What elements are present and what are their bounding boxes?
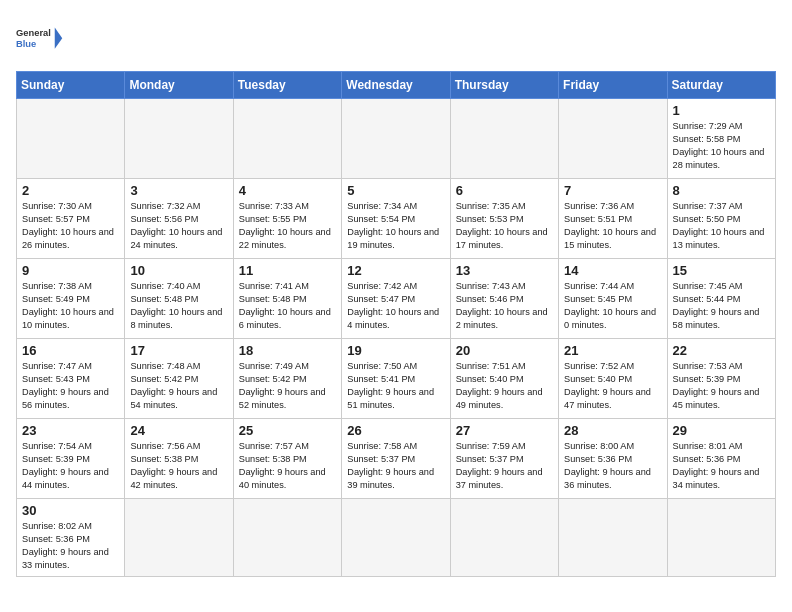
day-number: 26 [347, 423, 444, 438]
cell-info: Sunrise: 7:34 AM Sunset: 5:54 PM Dayligh… [347, 200, 444, 252]
cell-info: Sunrise: 7:36 AM Sunset: 5:51 PM Dayligh… [564, 200, 661, 252]
calendar-cell: 25Sunrise: 7:57 AM Sunset: 5:38 PM Dayli… [233, 419, 341, 499]
calendar-cell: 17Sunrise: 7:48 AM Sunset: 5:42 PM Dayli… [125, 339, 233, 419]
calendar-cell: 23Sunrise: 7:54 AM Sunset: 5:39 PM Dayli… [17, 419, 125, 499]
day-number: 4 [239, 183, 336, 198]
cell-info: Sunrise: 7:54 AM Sunset: 5:39 PM Dayligh… [22, 440, 119, 492]
cell-info: Sunrise: 7:32 AM Sunset: 5:56 PM Dayligh… [130, 200, 227, 252]
day-number: 3 [130, 183, 227, 198]
calendar-cell: 13Sunrise: 7:43 AM Sunset: 5:46 PM Dayli… [450, 259, 558, 339]
day-number: 22 [673, 343, 770, 358]
cell-info: Sunrise: 7:42 AM Sunset: 5:47 PM Dayligh… [347, 280, 444, 332]
day-number: 13 [456, 263, 553, 278]
cell-info: Sunrise: 7:37 AM Sunset: 5:50 PM Dayligh… [673, 200, 770, 252]
day-number: 9 [22, 263, 119, 278]
calendar-cell: 3Sunrise: 7:32 AM Sunset: 5:56 PM Daylig… [125, 179, 233, 259]
calendar-cell: 1Sunrise: 7:29 AM Sunset: 5:58 PM Daylig… [667, 99, 775, 179]
calendar-week-row: 23Sunrise: 7:54 AM Sunset: 5:39 PM Dayli… [17, 419, 776, 499]
calendar-cell: 10Sunrise: 7:40 AM Sunset: 5:48 PM Dayli… [125, 259, 233, 339]
calendar-cell: 24Sunrise: 7:56 AM Sunset: 5:38 PM Dayli… [125, 419, 233, 499]
day-number: 10 [130, 263, 227, 278]
day-of-week-header: Wednesday [342, 72, 450, 99]
cell-info: Sunrise: 7:43 AM Sunset: 5:46 PM Dayligh… [456, 280, 553, 332]
calendar-cell [559, 499, 667, 577]
day-number: 29 [673, 423, 770, 438]
cell-info: Sunrise: 7:40 AM Sunset: 5:48 PM Dayligh… [130, 280, 227, 332]
calendar-cell: 16Sunrise: 7:47 AM Sunset: 5:43 PM Dayli… [17, 339, 125, 419]
cell-info: Sunrise: 8:02 AM Sunset: 5:36 PM Dayligh… [22, 520, 119, 572]
calendar-cell [667, 499, 775, 577]
day-number: 23 [22, 423, 119, 438]
cell-info: Sunrise: 7:59 AM Sunset: 5:37 PM Dayligh… [456, 440, 553, 492]
calendar-cell: 18Sunrise: 7:49 AM Sunset: 5:42 PM Dayli… [233, 339, 341, 419]
day-of-week-header: Thursday [450, 72, 558, 99]
day-number: 30 [22, 503, 119, 518]
calendar-cell [342, 99, 450, 179]
day-number: 11 [239, 263, 336, 278]
day-number: 2 [22, 183, 119, 198]
cell-info: Sunrise: 7:29 AM Sunset: 5:58 PM Dayligh… [673, 120, 770, 172]
cell-info: Sunrise: 7:58 AM Sunset: 5:37 PM Dayligh… [347, 440, 444, 492]
svg-text:Blue: Blue [16, 39, 36, 49]
day-number: 7 [564, 183, 661, 198]
day-number: 15 [673, 263, 770, 278]
calendar-cell: 9Sunrise: 7:38 AM Sunset: 5:49 PM Daylig… [17, 259, 125, 339]
day-number: 18 [239, 343, 336, 358]
calendar-cell [233, 499, 341, 577]
cell-info: Sunrise: 7:49 AM Sunset: 5:42 PM Dayligh… [239, 360, 336, 412]
cell-info: Sunrise: 7:41 AM Sunset: 5:48 PM Dayligh… [239, 280, 336, 332]
calendar-cell: 5Sunrise: 7:34 AM Sunset: 5:54 PM Daylig… [342, 179, 450, 259]
calendar-cell: 22Sunrise: 7:53 AM Sunset: 5:39 PM Dayli… [667, 339, 775, 419]
calendar-cell: 6Sunrise: 7:35 AM Sunset: 5:53 PM Daylig… [450, 179, 558, 259]
day-number: 8 [673, 183, 770, 198]
calendar-cell [450, 99, 558, 179]
day-number: 1 [673, 103, 770, 118]
cell-info: Sunrise: 7:53 AM Sunset: 5:39 PM Dayligh… [673, 360, 770, 412]
day-number: 24 [130, 423, 227, 438]
calendar-cell [559, 99, 667, 179]
calendar-cell: 28Sunrise: 8:00 AM Sunset: 5:36 PM Dayli… [559, 419, 667, 499]
calendar-cell [233, 99, 341, 179]
calendar-cell: 30Sunrise: 8:02 AM Sunset: 5:36 PM Dayli… [17, 499, 125, 577]
day-number: 17 [130, 343, 227, 358]
cell-info: Sunrise: 7:56 AM Sunset: 5:38 PM Dayligh… [130, 440, 227, 492]
day-number: 21 [564, 343, 661, 358]
calendar-cell: 2Sunrise: 7:30 AM Sunset: 5:57 PM Daylig… [17, 179, 125, 259]
day-number: 20 [456, 343, 553, 358]
calendar-cell [450, 499, 558, 577]
cell-info: Sunrise: 7:44 AM Sunset: 5:45 PM Dayligh… [564, 280, 661, 332]
cell-info: Sunrise: 7:51 AM Sunset: 5:40 PM Dayligh… [456, 360, 553, 412]
day-number: 28 [564, 423, 661, 438]
calendar-week-row: 1Sunrise: 7:29 AM Sunset: 5:58 PM Daylig… [17, 99, 776, 179]
day-number: 14 [564, 263, 661, 278]
day-number: 27 [456, 423, 553, 438]
day-of-week-header: Sunday [17, 72, 125, 99]
svg-marker-2 [55, 28, 63, 49]
calendar-header-row: SundayMondayTuesdayWednesdayThursdayFrid… [17, 72, 776, 99]
logo-svg: General Blue [16, 16, 66, 61]
page-header: General Blue [16, 16, 776, 61]
day-number: 25 [239, 423, 336, 438]
calendar-cell [342, 499, 450, 577]
cell-info: Sunrise: 7:57 AM Sunset: 5:38 PM Dayligh… [239, 440, 336, 492]
calendar-cell: 21Sunrise: 7:52 AM Sunset: 5:40 PM Dayli… [559, 339, 667, 419]
cell-info: Sunrise: 7:52 AM Sunset: 5:40 PM Dayligh… [564, 360, 661, 412]
calendar-week-row: 9Sunrise: 7:38 AM Sunset: 5:49 PM Daylig… [17, 259, 776, 339]
day-of-week-header: Saturday [667, 72, 775, 99]
calendar-cell: 4Sunrise: 7:33 AM Sunset: 5:55 PM Daylig… [233, 179, 341, 259]
calendar-cell: 7Sunrise: 7:36 AM Sunset: 5:51 PM Daylig… [559, 179, 667, 259]
day-number: 5 [347, 183, 444, 198]
calendar-week-row: 30Sunrise: 8:02 AM Sunset: 5:36 PM Dayli… [17, 499, 776, 577]
calendar-cell [17, 99, 125, 179]
calendar-cell: 15Sunrise: 7:45 AM Sunset: 5:44 PM Dayli… [667, 259, 775, 339]
calendar-cell: 20Sunrise: 7:51 AM Sunset: 5:40 PM Dayli… [450, 339, 558, 419]
day-number: 12 [347, 263, 444, 278]
cell-info: Sunrise: 7:30 AM Sunset: 5:57 PM Dayligh… [22, 200, 119, 252]
calendar-cell [125, 99, 233, 179]
calendar-table: SundayMondayTuesdayWednesdayThursdayFrid… [16, 71, 776, 577]
cell-info: Sunrise: 7:38 AM Sunset: 5:49 PM Dayligh… [22, 280, 119, 332]
cell-info: Sunrise: 7:33 AM Sunset: 5:55 PM Dayligh… [239, 200, 336, 252]
cell-info: Sunrise: 7:48 AM Sunset: 5:42 PM Dayligh… [130, 360, 227, 412]
cell-info: Sunrise: 7:35 AM Sunset: 5:53 PM Dayligh… [456, 200, 553, 252]
day-number: 19 [347, 343, 444, 358]
